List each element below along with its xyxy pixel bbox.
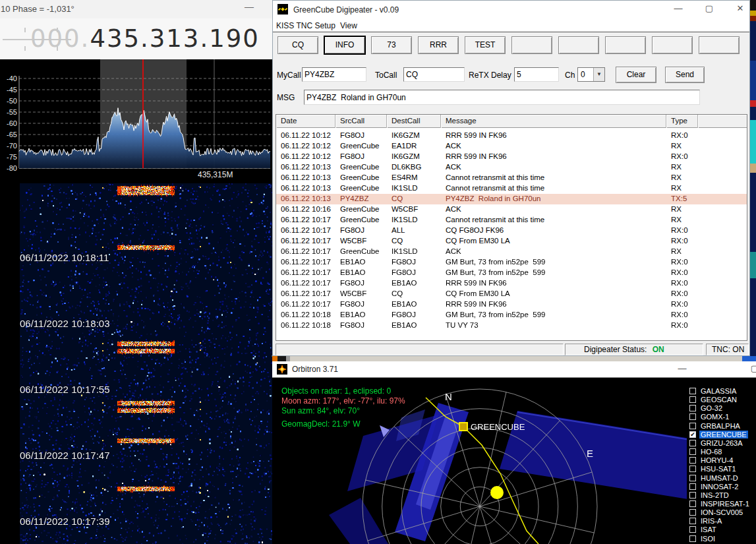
orbitron-maximize-icon[interactable]: ▢ <box>748 363 756 373</box>
checkbox-icon[interactable] <box>689 440 696 446</box>
checkbox-icon[interactable] <box>689 413 696 420</box>
table-row[interactable]: 06.11.22 10:13GreenCubeDL6KBGACKRX <box>276 162 747 173</box>
column-header-Type[interactable]: Type <box>666 115 698 128</box>
checkbox-icon[interactable] <box>689 475 696 481</box>
table-row[interactable]: 06.11.22 10:13GreenCubeES4RMCannot retra… <box>276 173 747 183</box>
toolbar-button-blank-6[interactable] <box>558 36 599 54</box>
satellite-list-item[interactable]: HO-68 <box>688 448 756 456</box>
toolbar-button-info[interactable]: INFO <box>324 36 365 54</box>
waterfall-canvas[interactable] <box>0 183 272 544</box>
satellite-name[interactable]: HO-68 <box>699 448 723 456</box>
satellite-name[interactable]: ION-SCV005 <box>699 508 744 516</box>
msg-input[interactable] <box>304 90 700 105</box>
satellite-list-item[interactable]: ISAT <box>688 526 756 534</box>
table-row[interactable]: 06.11.22 10:17FG8OJEB1AORRR 599 IN FK96R… <box>276 278 747 289</box>
table-row[interactable]: 06.11.22 10:12FG8OJIK6GZMRRR 599 IN FK96… <box>276 152 747 162</box>
satellite-list-item[interactable]: ION-SCV005 <box>688 508 756 517</box>
satellite-name[interactable]: INSPIRESAT-1 <box>699 500 751 508</box>
table-row[interactable]: 06.11.22 10:18FG8OJEB1AOTU VY 73RX:0 <box>276 320 747 331</box>
send-button[interactable]: Send <box>665 67 705 83</box>
spectrum-plot[interactable]: -40-45-50-55-60-65-70-75-80 <box>0 59 272 183</box>
toolbar-button-73[interactable]: 73 <box>371 36 412 54</box>
checkbox-icon[interactable] <box>689 518 696 524</box>
satellite-name[interactable]: HORYU-4 <box>699 456 734 464</box>
toolbar-button-blank-7[interactable] <box>605 36 646 54</box>
satellite-name[interactable]: HUMSAT-D <box>699 474 740 482</box>
digipeater-maximize-icon[interactable]: ▢ <box>703 3 716 13</box>
table-row[interactable]: 06.11.22 10:16GreenCubeW5CBFACKRX <box>276 204 747 215</box>
satellite-list-item[interactable]: GRBALPHA <box>688 422 756 431</box>
satellite-list-item[interactable]: GALASSIA <box>688 387 756 396</box>
satellite-list-item[interactable]: INS-2TD <box>688 491 756 500</box>
satellite-list-item[interactable]: INNOSAT-2 <box>688 483 756 491</box>
satellite-list-item[interactable]: GO-32 <box>688 404 756 413</box>
checkbox-icon[interactable] <box>689 535 696 542</box>
checkbox-icon[interactable] <box>689 405 696 411</box>
satellite-list-item[interactable]: INSPIRESAT-1 <box>688 500 756 508</box>
checkbox-icon[interactable] <box>689 423 696 429</box>
column-header-DestCall[interactable]: DestCall <box>387 115 441 128</box>
table-row[interactable]: 06.11.22 10:17W5CBFCQCQ From EM30 LARX:0 <box>276 289 747 299</box>
toolbar-button-blank-5[interactable] <box>511 36 552 54</box>
toolbar-button-test[interactable]: TEST <box>465 36 506 54</box>
checkbox-icon[interactable] <box>689 526 696 533</box>
digipeater-close-icon[interactable]: ✕ <box>734 3 747 13</box>
satellite-name[interactable]: GREENCUBE <box>699 431 748 438</box>
satellite-name[interactable]: GOMX-1 <box>699 413 730 421</box>
satellite-list-item[interactable]: GOMX-1 <box>688 413 756 421</box>
satellite-list-item[interactable]: ✔GREENCUBE <box>688 431 756 439</box>
channel-select[interactable]: 0 ▼ <box>577 67 605 82</box>
checkbox-checked-icon[interactable]: ✔ <box>689 431 696 438</box>
column-header-SrcCall[interactable]: SrcCall <box>335 115 387 128</box>
checkbox-icon[interactable] <box>689 483 696 490</box>
table-row[interactable]: 06.11.22 10:13PY4ZBZCQPY4ZBZ Roland in G… <box>276 194 747 204</box>
satellite-name[interactable]: ISOI <box>699 535 716 543</box>
satellite-name[interactable]: GRIZU-263A <box>699 439 744 447</box>
satellite-name[interactable]: GRBALPHA <box>699 422 741 430</box>
satellite-list-item[interactable]: HORYU-4 <box>688 456 756 465</box>
satellite-name[interactable]: INNOSAT-2 <box>699 483 740 491</box>
orbitron-minimize-icon[interactable]: — <box>676 363 689 373</box>
clear-button[interactable]: Clear <box>616 67 656 83</box>
satellite-list-item[interactable]: ISOI <box>688 535 756 543</box>
satellite-list-item[interactable]: GEOSCAN <box>688 396 756 404</box>
checkbox-icon[interactable] <box>689 492 696 499</box>
sdr-minimize-icon[interactable]: — <box>245 1 254 12</box>
satellite-name[interactable]: GEOSCAN <box>699 396 738 404</box>
table-row[interactable]: 06.11.22 10:18EB1AOFG8OJGM Burt, 73 from… <box>276 310 747 320</box>
menu-view[interactable]: View <box>340 21 357 30</box>
table-row[interactable]: 06.11.22 10:13GreenCubeIK1SLDCannot retr… <box>276 183 747 194</box>
checkbox-icon[interactable] <box>689 457 696 464</box>
checkbox-icon[interactable] <box>689 509 696 516</box>
toolbar-button-blank-9[interactable] <box>699 36 740 54</box>
table-row[interactable]: 06.11.22 10:12GreenCubeEA1DRACKRX <box>276 141 747 152</box>
table-row[interactable]: 06.11.22 10:17GreenCubeIK1SLDACKRX <box>276 247 747 257</box>
satellite-list-item[interactable]: GRIZU-263A <box>688 439 756 448</box>
mycall-input[interactable] <box>302 67 366 82</box>
spectrum-panel[interactable]: -40-45-50-55-60-65-70-75-80 435,315M <box>0 59 272 183</box>
table-row[interactable]: 06.11.22 10:12FG8OJIK6GZMRRR 599 IN FK96… <box>276 131 747 141</box>
table-row[interactable]: 06.11.22 10:17FG8OJALLCQ FG8OJ FK96RX:0 <box>276 226 747 236</box>
checkbox-icon[interactable] <box>689 466 696 472</box>
checkbox-icon[interactable] <box>689 388 696 394</box>
satellite-name[interactable]: HSU-SAT1 <box>699 465 738 473</box>
toolbar-button-rrr[interactable]: RRR <box>418 36 459 54</box>
satellite-name[interactable]: IRIS-A <box>699 517 723 525</box>
satellite-list-item[interactable]: HSU-SAT1 <box>688 465 756 473</box>
satellite-list-item[interactable]: IRIS-A <box>688 517 756 526</box>
column-header-Date[interactable]: Date <box>276 115 335 128</box>
column-header-blank[interactable] <box>698 115 747 128</box>
satellite-name[interactable]: ISAT <box>699 526 718 533</box>
table-row[interactable]: 06.11.22 10:17EB1AOFG8OJGM Burt, 73 from… <box>276 268 747 278</box>
table-row[interactable]: 06.11.22 10:17FG8OJEB1AORRR 599 IN FK96R… <box>276 299 747 310</box>
checkbox-icon[interactable] <box>689 500 696 507</box>
table-row[interactable]: 06.11.22 10:17EB1AOFG8OJGM Burt, 73 from… <box>276 257 747 268</box>
digipeater-minimize-icon[interactable]: — <box>672 3 685 13</box>
checkbox-icon[interactable] <box>689 396 696 403</box>
satellite-name[interactable]: GALASSIA <box>699 387 738 395</box>
waterfall-panel[interactable]: 06/11/2022 10:18:1106/11/2022 10:18:0306… <box>0 183 272 544</box>
retx-delay-input[interactable] <box>514 67 559 82</box>
toolbar-button-blank-8[interactable] <box>652 36 693 54</box>
toolbar-button-cq[interactable]: CQ <box>277 36 318 54</box>
column-header-Message[interactable]: Message <box>441 115 666 128</box>
